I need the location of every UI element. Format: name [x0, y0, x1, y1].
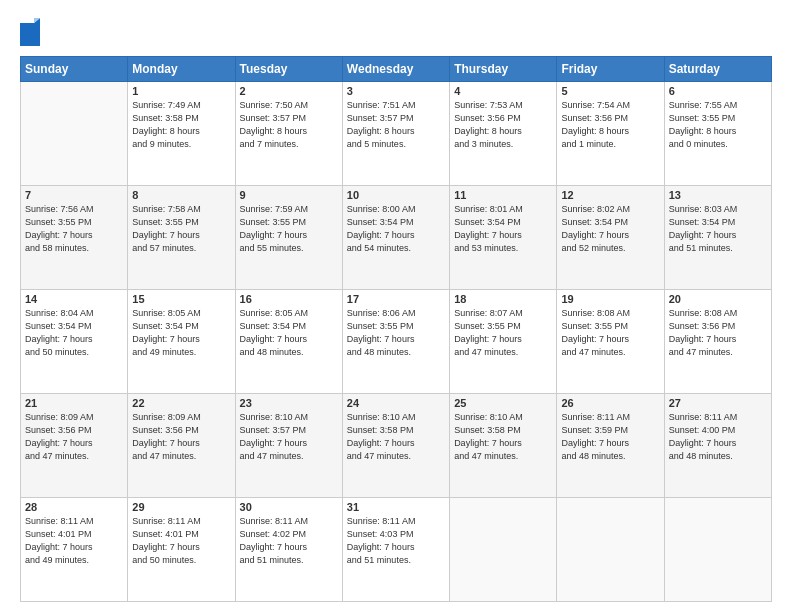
calendar-cell: 17Sunrise: 8:06 AM Sunset: 3:55 PM Dayli… [342, 290, 449, 394]
day-info: Sunrise: 8:05 AM Sunset: 3:54 PM Dayligh… [240, 307, 338, 359]
calendar-cell: 8Sunrise: 7:58 AM Sunset: 3:55 PM Daylig… [128, 186, 235, 290]
day-number: 23 [240, 397, 338, 409]
calendar-cell: 31Sunrise: 8:11 AM Sunset: 4:03 PM Dayli… [342, 498, 449, 602]
day-info: Sunrise: 8:04 AM Sunset: 3:54 PM Dayligh… [25, 307, 123, 359]
calendar-cell: 28Sunrise: 8:11 AM Sunset: 4:01 PM Dayli… [21, 498, 128, 602]
day-info: Sunrise: 8:10 AM Sunset: 3:58 PM Dayligh… [347, 411, 445, 463]
calendar-cell: 30Sunrise: 8:11 AM Sunset: 4:02 PM Dayli… [235, 498, 342, 602]
day-info: Sunrise: 8:03 AM Sunset: 3:54 PM Dayligh… [669, 203, 767, 255]
day-info: Sunrise: 7:49 AM Sunset: 3:58 PM Dayligh… [132, 99, 230, 151]
day-info: Sunrise: 8:11 AM Sunset: 4:02 PM Dayligh… [240, 515, 338, 567]
day-number: 26 [561, 397, 659, 409]
calendar-cell: 2Sunrise: 7:50 AM Sunset: 3:57 PM Daylig… [235, 82, 342, 186]
day-number: 2 [240, 85, 338, 97]
calendar-cell: 26Sunrise: 8:11 AM Sunset: 3:59 PM Dayli… [557, 394, 664, 498]
day-info: Sunrise: 8:00 AM Sunset: 3:54 PM Dayligh… [347, 203, 445, 255]
calendar-cell: 7Sunrise: 7:56 AM Sunset: 3:55 PM Daylig… [21, 186, 128, 290]
day-number: 13 [669, 189, 767, 201]
weekday-header-friday: Friday [557, 57, 664, 82]
day-number: 10 [347, 189, 445, 201]
logo-icon [20, 18, 40, 46]
weekday-header-monday: Monday [128, 57, 235, 82]
weekday-header-tuesday: Tuesday [235, 57, 342, 82]
day-number: 21 [25, 397, 123, 409]
calendar-cell: 25Sunrise: 8:10 AM Sunset: 3:58 PM Dayli… [450, 394, 557, 498]
day-number: 31 [347, 501, 445, 513]
svg-marker-0 [20, 18, 40, 46]
day-info: Sunrise: 8:11 AM Sunset: 4:01 PM Dayligh… [132, 515, 230, 567]
calendar-cell [21, 82, 128, 186]
calendar-cell: 19Sunrise: 8:08 AM Sunset: 3:55 PM Dayli… [557, 290, 664, 394]
calendar-cell: 15Sunrise: 8:05 AM Sunset: 3:54 PM Dayli… [128, 290, 235, 394]
day-number: 6 [669, 85, 767, 97]
logo [20, 18, 43, 46]
day-number: 30 [240, 501, 338, 513]
calendar-cell: 20Sunrise: 8:08 AM Sunset: 3:56 PM Dayli… [664, 290, 771, 394]
day-info: Sunrise: 8:10 AM Sunset: 3:58 PM Dayligh… [454, 411, 552, 463]
day-info: Sunrise: 8:07 AM Sunset: 3:55 PM Dayligh… [454, 307, 552, 359]
calendar-cell: 21Sunrise: 8:09 AM Sunset: 3:56 PM Dayli… [21, 394, 128, 498]
calendar-cell: 22Sunrise: 8:09 AM Sunset: 3:56 PM Dayli… [128, 394, 235, 498]
calendar-cell: 11Sunrise: 8:01 AM Sunset: 3:54 PM Dayli… [450, 186, 557, 290]
day-number: 24 [347, 397, 445, 409]
day-info: Sunrise: 7:50 AM Sunset: 3:57 PM Dayligh… [240, 99, 338, 151]
day-info: Sunrise: 8:09 AM Sunset: 3:56 PM Dayligh… [132, 411, 230, 463]
calendar-cell [664, 498, 771, 602]
weekday-header-wednesday: Wednesday [342, 57, 449, 82]
day-info: Sunrise: 8:11 AM Sunset: 4:01 PM Dayligh… [25, 515, 123, 567]
day-info: Sunrise: 7:59 AM Sunset: 3:55 PM Dayligh… [240, 203, 338, 255]
calendar-cell: 4Sunrise: 7:53 AM Sunset: 3:56 PM Daylig… [450, 82, 557, 186]
day-info: Sunrise: 7:56 AM Sunset: 3:55 PM Dayligh… [25, 203, 123, 255]
day-number: 25 [454, 397, 552, 409]
calendar-cell [450, 498, 557, 602]
day-number: 4 [454, 85, 552, 97]
calendar-cell: 9Sunrise: 7:59 AM Sunset: 3:55 PM Daylig… [235, 186, 342, 290]
day-info: Sunrise: 8:11 AM Sunset: 3:59 PM Dayligh… [561, 411, 659, 463]
calendar-cell: 24Sunrise: 8:10 AM Sunset: 3:58 PM Dayli… [342, 394, 449, 498]
weekday-header-saturday: Saturday [664, 57, 771, 82]
calendar-cell [557, 498, 664, 602]
day-number: 17 [347, 293, 445, 305]
day-info: Sunrise: 8:01 AM Sunset: 3:54 PM Dayligh… [454, 203, 552, 255]
day-info: Sunrise: 7:58 AM Sunset: 3:55 PM Dayligh… [132, 203, 230, 255]
day-number: 5 [561, 85, 659, 97]
day-number: 1 [132, 85, 230, 97]
day-number: 12 [561, 189, 659, 201]
day-info: Sunrise: 8:10 AM Sunset: 3:57 PM Dayligh… [240, 411, 338, 463]
calendar-cell: 27Sunrise: 8:11 AM Sunset: 4:00 PM Dayli… [664, 394, 771, 498]
day-info: Sunrise: 8:08 AM Sunset: 3:55 PM Dayligh… [561, 307, 659, 359]
calendar-cell: 23Sunrise: 8:10 AM Sunset: 3:57 PM Dayli… [235, 394, 342, 498]
calendar-cell: 1Sunrise: 7:49 AM Sunset: 3:58 PM Daylig… [128, 82, 235, 186]
day-info: Sunrise: 8:11 AM Sunset: 4:03 PM Dayligh… [347, 515, 445, 567]
calendar-cell: 29Sunrise: 8:11 AM Sunset: 4:01 PM Dayli… [128, 498, 235, 602]
day-info: Sunrise: 7:55 AM Sunset: 3:55 PM Dayligh… [669, 99, 767, 151]
day-info: Sunrise: 7:54 AM Sunset: 3:56 PM Dayligh… [561, 99, 659, 151]
day-info: Sunrise: 8:11 AM Sunset: 4:00 PM Dayligh… [669, 411, 767, 463]
day-number: 15 [132, 293, 230, 305]
day-number: 27 [669, 397, 767, 409]
day-number: 14 [25, 293, 123, 305]
day-number: 11 [454, 189, 552, 201]
calendar-cell: 5Sunrise: 7:54 AM Sunset: 3:56 PM Daylig… [557, 82, 664, 186]
day-number: 16 [240, 293, 338, 305]
day-number: 29 [132, 501, 230, 513]
day-number: 8 [132, 189, 230, 201]
day-info: Sunrise: 8:08 AM Sunset: 3:56 PM Dayligh… [669, 307, 767, 359]
header [20, 18, 772, 46]
day-number: 22 [132, 397, 230, 409]
day-info: Sunrise: 7:51 AM Sunset: 3:57 PM Dayligh… [347, 99, 445, 151]
calendar-cell: 16Sunrise: 8:05 AM Sunset: 3:54 PM Dayli… [235, 290, 342, 394]
calendar-cell: 10Sunrise: 8:00 AM Sunset: 3:54 PM Dayli… [342, 186, 449, 290]
day-number: 18 [454, 293, 552, 305]
day-number: 7 [25, 189, 123, 201]
calendar-cell: 18Sunrise: 8:07 AM Sunset: 3:55 PM Dayli… [450, 290, 557, 394]
day-info: Sunrise: 8:09 AM Sunset: 3:56 PM Dayligh… [25, 411, 123, 463]
day-number: 20 [669, 293, 767, 305]
weekday-header-sunday: Sunday [21, 57, 128, 82]
day-number: 28 [25, 501, 123, 513]
day-number: 9 [240, 189, 338, 201]
day-number: 3 [347, 85, 445, 97]
day-info: Sunrise: 8:05 AM Sunset: 3:54 PM Dayligh… [132, 307, 230, 359]
calendar-cell: 12Sunrise: 8:02 AM Sunset: 3:54 PM Dayli… [557, 186, 664, 290]
calendar-cell: 3Sunrise: 7:51 AM Sunset: 3:57 PM Daylig… [342, 82, 449, 186]
